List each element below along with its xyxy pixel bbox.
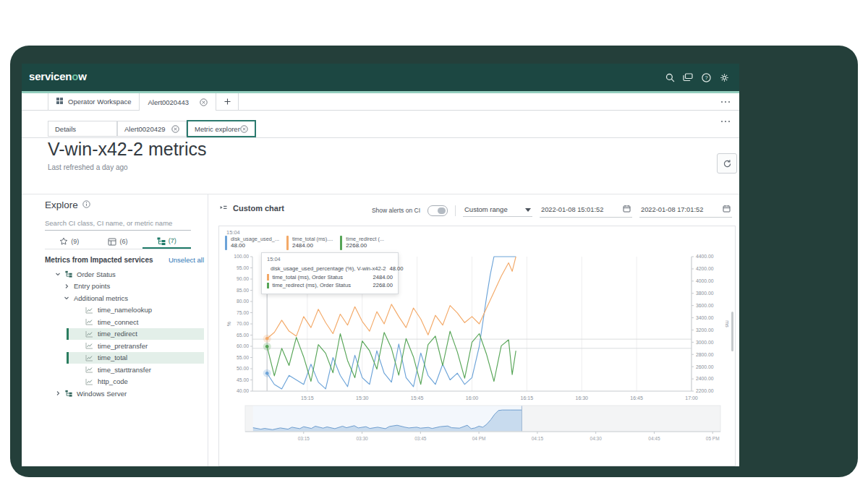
svg-text:04 PM: 04 PM (472, 436, 486, 441)
collapse-panel-icon[interactable] (219, 204, 228, 213)
top-header: servicenow ? (22, 64, 739, 91)
legend-series-value: 2484.00 (292, 242, 333, 249)
close-icon[interactable] (240, 125, 248, 133)
tree-item-Order Status[interactable]: Order Status (35, 268, 207, 281)
legend-chip[interactable]: disk_usage_used_...48.00 (225, 236, 284, 250)
range-select[interactable]: Custom range (463, 204, 532, 217)
chevron-right-icon[interactable] (62, 283, 71, 289)
svg-text:55.00: 55.00 (237, 355, 249, 360)
tree-item-Windows Server[interactable]: Windows Server (35, 388, 207, 400)
tooltip-series-name: time_total (ms), Order Status (273, 274, 370, 281)
svg-text:3000.00: 3000.00 (696, 340, 714, 345)
time-range-minimap[interactable]: 03:1503:3003:4504 PM04:1504:3004:4505 PM (225, 403, 730, 446)
tree-item-time_namelookup[interactable]: time_namelookup (67, 304, 204, 317)
custom-chart-heading: Custom chart (219, 204, 284, 213)
explore-tab-tree[interactable]: (7) (142, 234, 191, 249)
svg-text:85.00: 85.00 (237, 288, 249, 293)
explore-tab-cards[interactable]: (6) (93, 234, 142, 249)
refresh-button[interactable] (717, 153, 737, 174)
metrics-section-header: Metrics from Impacted services Unselect … (45, 256, 204, 264)
chevron-right-icon[interactable] (54, 390, 62, 396)
tree-item-Additional metrics[interactable]: Additional metrics (35, 292, 207, 304)
svg-text:15:30: 15:30 (356, 395, 369, 401)
end-date-input[interactable]: 2022-01-08 17:01:52 (639, 203, 732, 218)
screenshot-canvas: servicenow ? Operator WorkspaceAlert0020… (0, 0, 868, 488)
tree-item-time_connect[interactable]: time_connect (67, 316, 204, 328)
start-date-input[interactable]: 2022-01-08 15:01:52 (540, 203, 632, 218)
svg-text:%: % (226, 322, 231, 326)
explore-tab-star[interactable]: (9) (45, 234, 93, 249)
legend-chip[interactable]: time_redirect (...2268.00 (340, 236, 389, 250)
search-icon[interactable] (665, 72, 675, 82)
workspace-tab-bar: Operator WorkspaceAlert0020443 (22, 93, 739, 111)
record-tab-label: Alert0020429 (124, 125, 166, 133)
record-tab-label: Details (55, 125, 76, 133)
svg-text:4200.00: 4200.00 (696, 266, 714, 271)
svg-text:75.00: 75.00 (237, 310, 249, 315)
tree-item-http_code[interactable]: http_code (67, 376, 204, 388)
tree-item-label: time_connect (98, 318, 139, 326)
workspace-tab[interactable]: Operator Workspace (48, 93, 140, 110)
svg-text:4400.00: 4400.00 (696, 254, 714, 259)
record-tabs-more-icon[interactable] (720, 120, 731, 123)
tooltip-series-name: disk_usage_used_percentage (%), V-win-x4… (271, 265, 386, 272)
toggle-knob (438, 207, 446, 214)
metric-chart-icon (85, 318, 93, 325)
tree-item-time_total[interactable]: time_total (67, 352, 204, 364)
svg-text:15:45: 15:45 (411, 395, 424, 401)
svg-text:03:15: 03:15 (298, 436, 310, 441)
chart-tooltip: 15:04 disk_usage_used_percentage (%), V-… (261, 252, 399, 294)
svg-text:04:30: 04:30 (590, 436, 603, 441)
unselect-all-link[interactable]: Unselect all (169, 256, 204, 264)
info-icon[interactable] (82, 200, 90, 210)
caret-down-icon (525, 205, 531, 213)
record-tab[interactable]: Alert0020429 (117, 121, 187, 137)
svg-text:2200.00: 2200.00 (696, 388, 714, 393)
controls-divider (455, 205, 456, 216)
range-select-value: Custom range (464, 205, 508, 213)
tree-item-time_starttransfer[interactable]: time_starttransfer (67, 364, 204, 376)
tree-item-time_pretransfer[interactable]: time_pretransfer (67, 340, 204, 352)
svg-text:16:45: 16:45 (630, 395, 643, 401)
device-frame: servicenow ? Operator WorkspaceAlert0020… (10, 46, 858, 477)
svg-text:17:00: 17:00 (685, 395, 698, 401)
tooltip-row: time_redirect (ms), Order Status2268.00 (267, 281, 393, 290)
legend-series-name: disk_usage_used_... (231, 236, 279, 242)
tooltip-series-value: 2268.00 (373, 282, 393, 288)
new-tab-button[interactable] (216, 93, 239, 110)
servicenow-logo: servicenow (29, 70, 87, 82)
show-alerts-toggle[interactable] (427, 205, 448, 216)
conversations-icon[interactable] (683, 72, 693, 82)
header-divider (22, 194, 739, 194)
legend-chip[interactable]: time_total (ms)....2484.00 (286, 236, 338, 250)
record-tab[interactable]: Metric explorer (187, 120, 256, 137)
close-icon[interactable] (171, 125, 179, 133)
tree-item-label: time_pretransfer (98, 342, 148, 350)
workspace-tabs-more-icon[interactable] (720, 93, 731, 110)
svg-text:16:15: 16:15 (521, 395, 534, 401)
chevron-down-icon[interactable] (62, 295, 71, 301)
tree-item-label: time_redirect (98, 330, 137, 338)
help-icon[interactable]: ? (701, 72, 711, 82)
svg-text:03:45: 03:45 (414, 436, 427, 441)
explore-filter-tabs: (9)(6)(7) (45, 234, 191, 249)
explore-title-text: Explore (45, 200, 78, 210)
record-tab[interactable]: Details (48, 121, 117, 137)
svg-text:3400.00: 3400.00 (696, 315, 714, 320)
chart-scrollbar[interactable] (731, 312, 734, 351)
svg-text:80.00: 80.00 (237, 299, 249, 304)
svg-text:70.00: 70.00 (237, 321, 249, 326)
chart-hover-time: 15:04 (226, 229, 240, 236)
metric-chart-icon (85, 354, 93, 361)
workspace-tab[interactable]: Alert0020443 (140, 93, 216, 111)
chevron-down-icon[interactable] (54, 271, 62, 277)
close-icon[interactable] (200, 98, 208, 106)
tree-item-time_redirect[interactable]: time_redirect (67, 328, 204, 341)
tab-count: (7) (169, 237, 176, 244)
app-window: servicenow ? Operator WorkspaceAlert0020… (22, 64, 739, 466)
gear-icon[interactable] (719, 72, 729, 82)
search-input[interactable] (45, 218, 191, 230)
tree-item-Entry points[interactable]: Entry points (35, 281, 207, 293)
svg-text:4000.00: 4000.00 (696, 278, 714, 283)
calendar-icon (723, 205, 731, 214)
